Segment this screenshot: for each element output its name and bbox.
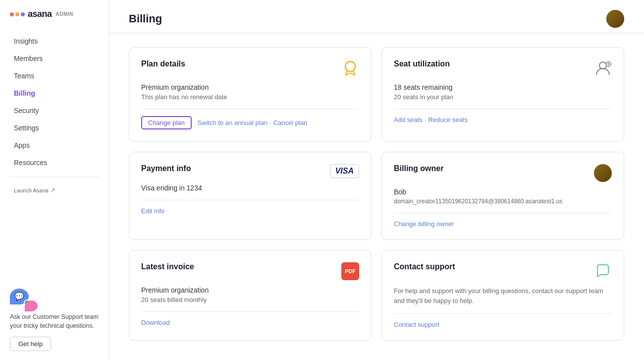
billing-owner-header: Billing owner <box>394 164 612 182</box>
latest-invoice-card: Latest invoice PDF Premium organization … <box>129 250 372 341</box>
owner-name: Bob <box>394 188 612 196</box>
chat-bubble-pink <box>25 301 38 311</box>
external-link-icon: ↗ <box>51 187 55 193</box>
sidebar-item-teams[interactable]: Teams <box>4 67 105 84</box>
support-text: Ask our Customer Support team your trick… <box>10 312 99 331</box>
plan-details-title: Plan details <box>141 60 185 68</box>
dot-1 <box>10 12 14 16</box>
pdf-icon: PDF <box>341 262 359 280</box>
asana-logo: asana ADMIN <box>10 9 73 19</box>
plan-details-header: Plan details <box>141 60 359 77</box>
seat-divider <box>394 109 612 109</box>
contact-support-button[interactable]: Contact support <box>394 321 439 328</box>
sidebar-item-settings[interactable]: Settings <box>4 120 105 136</box>
add-seats-button[interactable]: Add seats <box>394 116 423 123</box>
support-description: For help and support with your billing q… <box>394 286 612 305</box>
chat-support-icon <box>594 262 612 280</box>
seat-utilization-header: Seat utilization <box>394 60 612 77</box>
contact-support-body: For help and support with your billing q… <box>394 286 612 305</box>
latest-invoice-title: Latest invoice <box>141 262 194 271</box>
sidebar-item-apps[interactable]: Apps <box>4 137 105 154</box>
contact-support-header: Contact support <box>394 262 612 280</box>
plan-divider <box>141 109 359 109</box>
payment-actions: Edit info <box>141 207 359 215</box>
switch-annual-button[interactable]: Switch to an annual plan <box>197 119 268 126</box>
sidebar-item-insights[interactable]: Insights <box>4 33 105 50</box>
visa-logo: VISA <box>330 164 359 178</box>
page-title: Billing <box>129 12 162 25</box>
owner-divider <box>394 213 612 213</box>
asana-wordmark: asana <box>28 9 52 19</box>
seat-utilization-card: Seat utilization 18 seats remaining 20 <box>381 47 624 142</box>
sidebar-item-members[interactable]: Members <box>4 50 105 67</box>
svg-point-0 <box>345 61 355 71</box>
user-avatar[interactable] <box>606 10 624 28</box>
invoice-divider <box>141 311 359 312</box>
seat-utilization-title: Seat utilization <box>394 60 450 68</box>
plan-name: Premium organization <box>141 83 359 91</box>
nav-divider <box>10 177 99 177</box>
main-content: Billing Plan details Premium or <box>109 0 644 361</box>
contact-support-title: Contact support <box>394 262 455 271</box>
owner-actions: Change billing owner <box>394 220 612 228</box>
plan-actions: Change plan · Switch to an annual plan ·… <box>141 116 359 129</box>
card-number: Visa ending in 1234 <box>141 184 359 192</box>
sidebar: asana ADMIN Insights Members Teams Billi… <box>0 0 109 361</box>
get-help-button[interactable]: Get help <box>10 337 51 351</box>
plan-details-body: Premium organization This plan has no re… <box>141 83 359 101</box>
payment-info-body: Visa ending in 1234 <box>141 184 359 192</box>
invoice-plan: Premium organization <box>141 286 359 294</box>
main-header: Billing <box>109 0 644 33</box>
edit-info-button[interactable]: Edit info <box>141 207 164 215</box>
seat-icon <box>594 60 612 77</box>
dot-3 <box>21 12 25 16</box>
owner-email: domain_creator1135019620132784@380614860… <box>394 198 612 205</box>
logo-area: asana ADMIN <box>0 0 108 24</box>
seats-in-plan: 20 seats in your plan <box>394 93 612 101</box>
avatar-image <box>606 10 624 28</box>
payment-divider <box>141 200 359 200</box>
change-billing-owner-button[interactable]: Change billing owner <box>394 220 454 228</box>
contact-support-card: Contact support For help and support wit… <box>381 250 624 341</box>
invoice-seats: 20 seats billed monthly <box>141 296 359 303</box>
contact-actions: Contact support <box>394 321 612 328</box>
dot-2 <box>15 12 19 16</box>
support-icons: 💬 ✓ <box>10 289 99 304</box>
billing-owner-body: Bob domain_creator1135019620132784@38061… <box>394 188 612 205</box>
support-box: 💬 ✓ Ask our Customer Support team your t… <box>0 281 108 361</box>
billing-owner-title: Billing owner <box>394 164 443 173</box>
change-plan-button[interactable]: Change plan <box>141 116 192 129</box>
seat-actions: Add seats · Reduce seats <box>394 116 612 123</box>
svg-point-1 <box>599 62 606 69</box>
contact-divider <box>394 313 612 314</box>
download-button[interactable]: Download <box>141 319 170 326</box>
billing-content: Plan details Premium organization This p… <box>109 33 644 361</box>
sidebar-item-security[interactable]: Security <box>4 102 105 119</box>
billing-owner-card: Billing owner Bob domain_creator11350196… <box>381 152 624 240</box>
latest-invoice-body: Premium organization 20 seats billed mon… <box>141 286 359 303</box>
sidebar-item-billing[interactable]: Billing <box>4 85 105 102</box>
plan-renewal: This plan has no renewal date <box>141 93 359 101</box>
owner-avatar <box>594 164 612 182</box>
reduce-seats-button[interactable]: Reduce seats <box>428 116 468 123</box>
pdf-label: PDF <box>345 268 356 274</box>
latest-invoice-header: Latest invoice PDF <box>141 262 359 280</box>
sidebar-item-resources[interactable]: Resources <box>4 154 105 171</box>
seats-remaining: 18 seats remaining <box>394 83 612 91</box>
seat-utilization-body: 18 seats remaining 20 seats in your plan <box>394 83 612 101</box>
payment-info-title: Payment info <box>141 164 191 173</box>
admin-badge: ADMIN <box>56 11 73 17</box>
cards-grid: Plan details Premium organization This p… <box>129 47 624 341</box>
invoice-actions: Download <box>141 319 359 326</box>
award-icon <box>341 60 359 77</box>
cancel-plan-button[interactable]: Cancel plan <box>273 119 308 126</box>
payment-info-header: Payment info VISA <box>141 164 359 178</box>
launch-asana-label: Launch Asana <box>14 187 49 193</box>
payment-info-card: Payment info VISA Visa ending in 1234 Ed… <box>129 152 372 240</box>
launch-asana-link[interactable]: Launch Asana ↗ <box>4 182 105 198</box>
plan-details-card: Plan details Premium organization This p… <box>129 47 372 142</box>
asana-dots <box>10 12 25 16</box>
nav-list: Insights Members Teams Billing Security … <box>0 24 108 172</box>
